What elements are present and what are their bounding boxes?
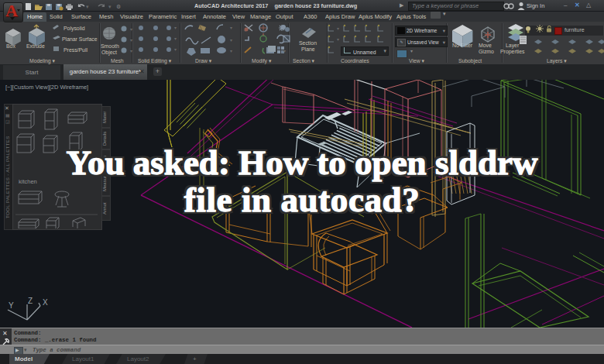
svg-text:▾: ▾ <box>174 26 177 30</box>
svg-text:▾: ▾ <box>230 49 232 53</box>
svg-text:▾: ▾ <box>337 26 339 31</box>
svg-text:▾: ▾ <box>230 38 232 43</box>
svg-text:▾: ▾ <box>130 27 132 32</box>
svg-text:▾: ▾ <box>337 37 339 42</box>
svg-text:Y: Y <box>9 301 14 310</box>
svg-text:▾: ▾ <box>130 49 132 53</box>
svg-text:▾: ▾ <box>174 47 177 52</box>
svg-text:⚙: ⚙ <box>116 4 121 9</box>
svg-text:▾: ▾ <box>174 36 177 41</box>
svg-text:▾: ▾ <box>86 4 89 9</box>
svg-text:▾: ▾ <box>130 38 132 43</box>
svg-text:▾: ▾ <box>283 49 286 53</box>
svg-text:▾: ▾ <box>108 4 112 9</box>
svg-text:Z: Z <box>28 297 33 305</box>
svg-text:X: X <box>43 298 48 307</box>
svg-text:▾: ▾ <box>230 26 232 30</box>
